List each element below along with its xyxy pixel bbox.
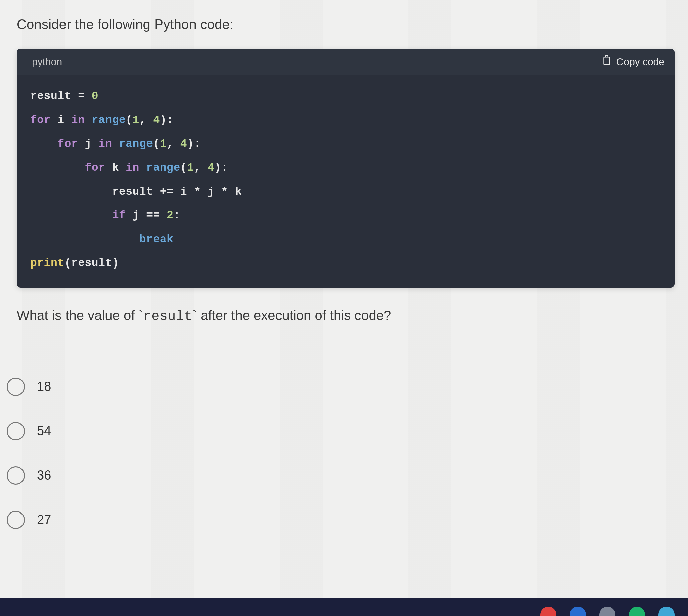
copy-code-button[interactable]: Copy code — [602, 55, 664, 69]
answer-option[interactable]: 36 — [7, 466, 674, 485]
answer-options: 18543627 — [7, 378, 674, 529]
clipboard-icon — [602, 55, 612, 69]
code-body: result = 0 for i in range(1, 4): for j i… — [17, 74, 674, 288]
question-text: What is the value of `result` after the … — [17, 308, 674, 324]
answer-option[interactable]: 54 — [7, 422, 674, 440]
radio-icon[interactable] — [7, 466, 25, 485]
taskbar-apps — [540, 597, 674, 616]
radio-icon[interactable] — [7, 378, 25, 396]
answer-option[interactable]: 18 — [7, 378, 674, 396]
copy-code-label: Copy code — [616, 56, 664, 68]
radio-icon[interactable] — [7, 422, 25, 440]
taskbar-app-icon[interactable] — [599, 607, 615, 616]
question-after: ` after the execution of this code? — [192, 308, 391, 323]
answer-option[interactable]: 27 — [7, 511, 674, 529]
taskbar-app-icon[interactable] — [629, 607, 645, 616]
code-block: python Copy code result = 0 for i in ran… — [17, 49, 674, 288]
code-header: python Copy code — [17, 49, 674, 74]
answer-option-label: 54 — [37, 424, 51, 438]
taskbar-app-icon[interactable] — [540, 607, 556, 616]
prompt-heading: Consider the following Python code: — [17, 17, 674, 32]
taskbar-app-icon[interactable] — [659, 607, 674, 616]
answer-option-label: 27 — [37, 512, 51, 527]
taskbar-app-icon[interactable] — [570, 607, 586, 616]
question-before: What is the value of ` — [17, 308, 143, 323]
radio-icon[interactable] — [7, 511, 25, 529]
answer-option-label: 18 — [37, 379, 51, 394]
question-code: result — [143, 309, 192, 324]
taskbar — [0, 597, 688, 616]
answer-option-label: 36 — [37, 468, 51, 483]
svg-rect-0 — [604, 57, 610, 65]
code-language-label: python — [32, 56, 62, 68]
